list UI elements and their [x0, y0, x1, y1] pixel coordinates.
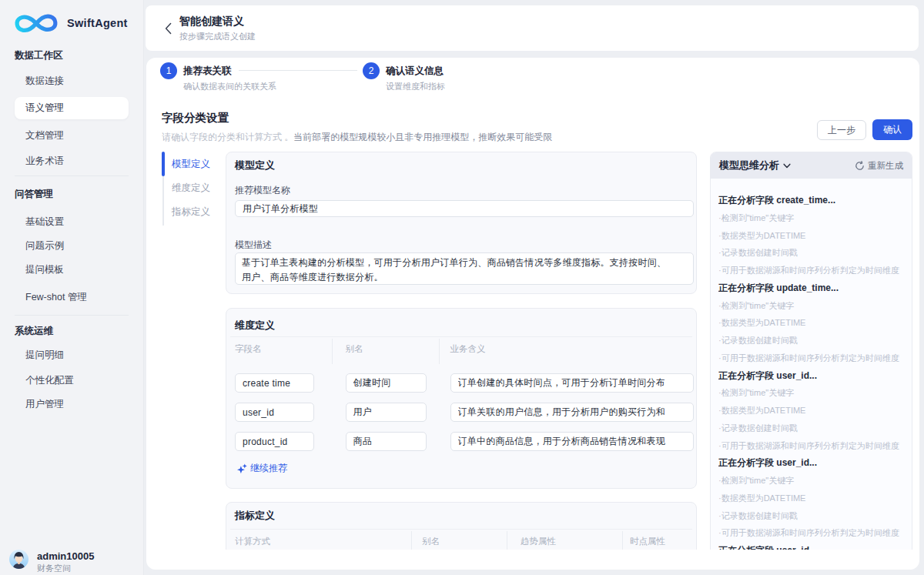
column-separator: [411, 531, 412, 550]
content-row: 模型定义 维度定义 指标定义 模型定义 推荐模型名称 模型描述 基于订单主表构建…: [146, 152, 919, 550]
continue-recommend-label: 继续推荐: [250, 462, 287, 474]
analysis-bullet: ·检测到"time"关键字: [718, 297, 904, 315]
page-subtitle-dark: 当前部署的模型规模较小且非专用推理模型，推断效果可能受限: [293, 132, 552, 142]
column-header-field: 字段名: [235, 343, 262, 355]
column-header-trend: 趋势属性: [521, 535, 556, 547]
analysis-heading: 正在分析字段 update_time...: [718, 279, 904, 297]
model-name-label: 推荐模型名称: [235, 185, 290, 196]
page-title: 字段分类设置: [162, 112, 229, 125]
model-desc-textarea[interactable]: 基于订单主表构建的分析模型，可用于分析用户订单行为、商品销告情况等多维度指标。支…: [235, 252, 694, 285]
swiftagent-logo-icon: [12, 12, 62, 35]
sidebar-item-question-details[interactable]: 提问明细: [0, 343, 144, 366]
sidebar-section-data-workspace: 数据工作区: [0, 44, 144, 67]
header-title: 智能创建语义: [179, 15, 244, 28]
panel-divider: [230, 529, 692, 530]
analysis-bullet: ·记录数据创建时间戳: [718, 420, 904, 437]
regenerate-label: 重新生成: [868, 160, 903, 172]
model-thinking-body: 正在分析字段 create_time... ·检测到"time"关键字 ·数据类…: [711, 179, 912, 550]
step-2-caption: 设置维度和指标: [386, 81, 445, 92]
avatar: [9, 550, 28, 569]
dimension-field-input[interactable]: [235, 403, 314, 422]
analysis-bullet: ·数据类型为DATETIME: [718, 314, 904, 332]
model-definition-panel: 模型定义 推荐模型名称 模型描述 基于订单主表构建的分析模型，可用于分析用户订单…: [226, 152, 697, 294]
panel-divider: [230, 336, 692, 337]
metric-panel-title: 指标定义: [235, 510, 275, 521]
column-header-alias: 别名: [422, 535, 440, 547]
tab-model-definition[interactable]: 模型定义: [172, 158, 210, 170]
continue-recommend-link[interactable]: 继续推荐: [237, 462, 287, 474]
sidebar: SwiftAgent 数据工作区 数据连接 语义管理 文档管理 业务术语 问答管…: [0, 0, 144, 575]
analysis-bullet: ·记录数据创建时间戳: [718, 244, 904, 262]
dimension-alias-input[interactable]: [346, 373, 427, 393]
user-workspace: 财务空间: [37, 563, 94, 573]
sidebar-item-business-terms[interactable]: 业务术语: [0, 149, 144, 172]
brand-name: SwiftAgent: [67, 17, 128, 29]
dimension-field-input[interactable]: [235, 432, 314, 451]
content-card: 1 推荐表关联 确认数据表间的关联关系 2 确认语义信息 设置维度和指标 字段分…: [146, 58, 919, 570]
analysis-bullet: ·检测到"time"关键字: [718, 472, 904, 490]
sidebar-item-user-management[interactable]: 用户管理: [0, 393, 144, 416]
analysis-bullet: ·数据类型为DATETIME: [718, 227, 904, 245]
step-2-label: 确认语义信息: [386, 65, 444, 77]
chevron-down-icon: [783, 163, 791, 169]
dimension-definition-panel: 维度定义 字段名 别名 业务含义 继续推荐: [226, 308, 697, 489]
back-button[interactable]: [160, 20, 176, 37]
analysis-bullet: ·记录数据创建时间戳: [718, 332, 904, 349]
user-name: admin10005: [37, 551, 94, 561]
sidebar-section-qa-management: 问答管理: [0, 182, 144, 206]
sidebar-section-system-ops: 系统运维: [0, 319, 144, 343]
sidebar-item-basic-settings[interactable]: 基础设置: [0, 210, 144, 233]
dimension-meaning-input[interactable]: [450, 373, 694, 393]
analysis-bullet: ·可用于数据湖源和时间序列分析判定为时间维度: [718, 524, 904, 542]
sidebar-item-document-management[interactable]: 文档管理: [0, 124, 144, 147]
step-2-number: 2: [363, 62, 380, 79]
sidebar-item-question-templates[interactable]: 提问模板: [0, 258, 144, 281]
dimension-field-input[interactable]: [235, 373, 314, 393]
tab-dimension-definition[interactable]: 维度定义: [172, 182, 210, 194]
dimension-alias-input[interactable]: [346, 432, 427, 451]
column-separator: [622, 531, 623, 550]
model-thinking-title: 模型思维分析: [719, 159, 779, 172]
user-info[interactable]: admin10005 财务空间: [9, 550, 94, 573]
analysis-bullet: ·检测到"time"关键字: [718, 209, 904, 227]
step-1-caption: 确认数据表间的关联关系: [183, 81, 276, 92]
step-1-label: 推荐表关联: [183, 65, 232, 77]
active-tab-indicator: [162, 152, 165, 176]
analysis-bullet: ·记录数据创建时间戳: [718, 507, 904, 525]
model-thinking-header[interactable]: 模型思维分析 重新生成: [711, 152, 912, 179]
confirm-button[interactable]: 确认: [872, 119, 912, 140]
regenerate-button[interactable]: 重新生成: [855, 160, 903, 172]
user-meta: admin10005 财务空间: [37, 550, 94, 573]
dimension-panel-title: 维度定义: [235, 319, 275, 331]
dimension-meaning-input[interactable]: [450, 403, 694, 422]
analysis-bullet: ·可用于数据湖源和时间序列分析判定为时间维度: [718, 349, 904, 367]
tab-metric-definition[interactable]: 指标定义: [172, 206, 210, 218]
sidebar-item-fewshot-management[interactable]: Few-shot 管理: [0, 286, 144, 309]
model-thinking-panel: 模型思维分析 重新生成 正在分析字段 create_time... ·检测到"t…: [710, 152, 912, 550]
dimension-alias-input[interactable]: [346, 403, 427, 422]
dimension-meaning-input[interactable]: [450, 432, 694, 451]
header-subtitle: 按步骤完成语义创建: [179, 31, 256, 42]
sidebar-item-semantic-management[interactable]: 语义管理: [15, 97, 129, 119]
metric-definition-panel: 指标定义 计算方式 别名 趋势属性 时点属性: [226, 502, 697, 550]
model-name-input[interactable]: [235, 200, 694, 217]
column-separator: [507, 531, 507, 550]
model-panel-title: 模型定义: [235, 159, 275, 171]
sidebar-item-data-connection[interactable]: 数据连接: [0, 69, 144, 92]
analysis-heading: 正在分析字段 user_id...: [718, 454, 904, 472]
previous-step-button[interactable]: 上一步: [817, 120, 866, 140]
chevron-left-icon: [165, 22, 172, 35]
sidebar-item-personalization-config[interactable]: 个性化配置: [0, 369, 144, 392]
column-separator: [439, 339, 440, 364]
column-header-meaning: 业务含义: [450, 343, 486, 355]
collapse-chevron: [783, 163, 791, 169]
analysis-bullet: ·检测到"time"关键字: [718, 384, 904, 402]
step-connector: [239, 70, 357, 71]
brand: SwiftAgent: [12, 11, 128, 35]
column-separator: [332, 339, 333, 364]
analysis-bullet: ·数据类型为DATETIME: [718, 402, 904, 420]
column-header-alias: 别名: [346, 343, 363, 355]
sidebar-item-question-examples[interactable]: 问题示例: [0, 234, 144, 257]
column-header-calc: 计算方式: [235, 535, 270, 547]
page-header: 智能创建语义 按步骤完成语义创建: [146, 5, 919, 51]
